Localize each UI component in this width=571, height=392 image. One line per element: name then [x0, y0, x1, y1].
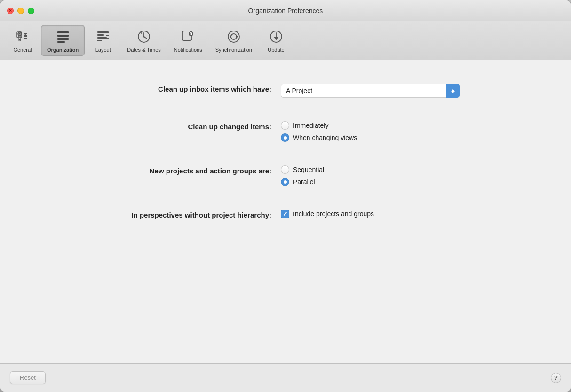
synchronization-icon [225, 28, 242, 45]
perspectives-checkbox[interactable] [281, 210, 289, 218]
cleanup-when-changing-option[interactable]: When changing views [281, 133, 357, 142]
synchronization-label: Synchronization [215, 47, 252, 53]
svg-point-8 [19, 32, 20, 34]
projects-parallel-option[interactable]: Parallel [281, 178, 324, 186]
general-label: General [13, 47, 32, 53]
cleanup-control: Immediately When changing views [281, 121, 357, 142]
projects-parallel-label: Parallel [293, 178, 315, 186]
perspectives-checkbox-label: Include projects and groups [293, 210, 374, 218]
cleanup-immediately-label: Immediately [293, 122, 328, 129]
inbox-label: Clean up inbox items which have: [74, 84, 271, 93]
tab-synchronization[interactable]: Synchronization [210, 25, 258, 55]
svg-point-26 [143, 36, 145, 38]
update-icon [268, 28, 285, 45]
cleanup-when-changing-radio[interactable] [281, 133, 289, 142]
svg-rect-18 [97, 37, 107, 39]
perspectives-label: In perspectives without project hierarch… [74, 210, 271, 219]
tab-dates-times[interactable]: Dates & Times [121, 25, 167, 55]
cleanup-when-changing-label: When changing views [293, 134, 357, 141]
settings-grid: Clean up inbox items which have: A Proje… [74, 84, 497, 219]
window-title: Organization Preferences [248, 7, 323, 15]
reset-button[interactable]: Reset [10, 371, 46, 384]
svg-rect-6 [24, 38, 27, 39]
svg-rect-12 [57, 31, 69, 33]
projects-control: Sequential Parallel [281, 165, 324, 186]
perspectives-control: Include projects and groups [281, 210, 374, 218]
dates-times-icon [135, 28, 152, 45]
general-icon [14, 28, 31, 45]
organization-icon [55, 28, 71, 45]
toolbar: General Organization [0, 21, 571, 60]
inbox-control: A ProjectA ContextA Project or Context [281, 84, 460, 98]
svg-rect-13 [57, 35, 69, 37]
cleanup-label: Clean up changed items: [74, 121, 271, 131]
notifications-label: Notifications [174, 47, 202, 53]
svg-rect-17 [97, 34, 104, 36]
projects-parallel-radio[interactable] [281, 178, 289, 186]
cleanup-setting-row: Clean up changed items: Immediately When… [74, 121, 497, 142]
cleanup-immediately-option[interactable]: Immediately [281, 121, 357, 130]
cleanup-immediately-radio[interactable] [281, 121, 289, 130]
projects-setting-row: New projects and action groups are: Sequ… [74, 165, 497, 186]
main-content: Clean up inbox items which have: A Proje… [0, 60, 571, 363]
help-button[interactable]: ? [551, 373, 561, 383]
organization-label: Organization [47, 47, 79, 53]
title-bar: Organization Preferences [0, 0, 571, 21]
svg-marker-33 [230, 35, 231, 38]
tab-layout[interactable]: Layout [87, 25, 119, 55]
traffic-lights [7, 8, 34, 14]
update-label: Update [268, 47, 284, 53]
perspectives-checkbox-option[interactable]: Include projects and groups [281, 210, 374, 218]
projects-sequential-label: Sequential [293, 166, 324, 173]
svg-rect-15 [57, 41, 65, 43]
preferences-window: Organization Preferences [0, 0, 571, 392]
projects-sequential-option[interactable]: Sequential [281, 165, 324, 174]
tab-organization[interactable]: Organization [41, 25, 85, 56]
projects-label: New projects and action groups are: [74, 165, 271, 175]
inbox-setting-row: Clean up inbox items which have: A Proje… [74, 84, 497, 98]
close-button[interactable] [7, 8, 14, 14]
layout-icon [95, 28, 111, 45]
svg-marker-36 [274, 37, 278, 40]
tab-notifications[interactable]: Notifications [168, 25, 208, 55]
bottom-bar: Reset ? [0, 363, 571, 392]
minimize-button[interactable] [17, 8, 24, 14]
svg-rect-4 [24, 33, 27, 34]
inbox-dropdown-container: A ProjectA ContextA Project or Context [281, 84, 460, 98]
svg-marker-32 [237, 35, 238, 38]
layout-label: Layout [95, 47, 111, 53]
tab-general[interactable]: General [6, 25, 39, 55]
maximize-button[interactable] [28, 8, 34, 14]
svg-rect-14 [57, 38, 69, 40]
notifications-icon [180, 28, 197, 45]
inbox-dropdown[interactable]: A ProjectA ContextA Project or Context [281, 84, 460, 98]
svg-rect-5 [24, 35, 27, 37]
dates-times-label: Dates & Times [127, 47, 161, 53]
projects-sequential-radio[interactable] [281, 165, 289, 174]
tab-update[interactable]: Update [260, 25, 293, 55]
svg-rect-19 [97, 40, 102, 41]
perspectives-setting-row: In perspectives without project hierarch… [74, 210, 497, 219]
